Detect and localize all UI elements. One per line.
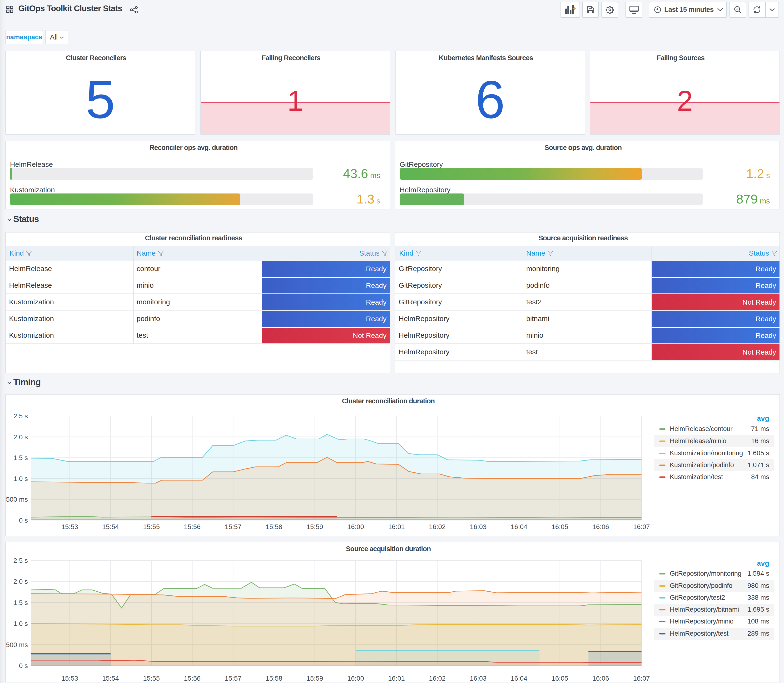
svg-text:15:57: 15:57 (224, 523, 241, 531)
svg-text:15:57: 15:57 (224, 675, 241, 682)
svg-text:16:00: 16:00 (347, 675, 364, 682)
svg-text:16:05: 16:05 (552, 523, 568, 531)
svg-text:15:55: 15:55 (143, 675, 160, 682)
svg-text:1.0 s: 1.0 s (13, 620, 28, 627)
svg-text:1.5 s: 1.5 s (13, 599, 28, 606)
svg-text:16:06: 16:06 (592, 523, 609, 531)
svg-text:16:03: 16:03 (470, 675, 486, 682)
svg-text:16:02: 16:02 (429, 675, 446, 682)
svg-text:2.0 s: 2.0 s (13, 433, 28, 441)
svg-text:1.0 s: 1.0 s (13, 475, 28, 483)
svg-text:15:58: 15:58 (266, 523, 282, 531)
svg-text:0 s: 0 s (19, 662, 28, 669)
svg-text:16:04: 16:04 (511, 523, 527, 531)
svg-text:16:01: 16:01 (388, 523, 405, 531)
svg-text:15:58: 15:58 (266, 675, 282, 682)
svg-text:15:54: 15:54 (103, 523, 119, 531)
svg-text:15:55: 15:55 (143, 523, 160, 531)
svg-text:500 ms: 500 ms (6, 641, 28, 648)
svg-text:16:03: 16:03 (470, 523, 486, 531)
svg-text:16:02: 16:02 (429, 523, 446, 531)
svg-text:15:56: 15:56 (184, 675, 200, 682)
svg-text:15:59: 15:59 (306, 675, 323, 682)
svg-text:16:00: 16:00 (347, 523, 364, 531)
svg-text:15:56: 15:56 (184, 523, 200, 531)
svg-text:0 s: 0 s (19, 517, 28, 524)
svg-text:2.5 s: 2.5 s (13, 412, 28, 420)
svg-text:15:54: 15:54 (103, 675, 119, 682)
svg-text:2.0 s: 2.0 s (13, 578, 28, 585)
svg-text:16:05: 16:05 (552, 675, 568, 682)
svg-text:16:06: 16:06 (592, 675, 609, 682)
svg-text:2.5 s: 2.5 s (13, 557, 28, 564)
svg-text:16:07: 16:07 (633, 523, 650, 531)
svg-text:16:07: 16:07 (633, 675, 650, 682)
svg-text:500 ms: 500 ms (6, 496, 28, 503)
svg-text:15:53: 15:53 (61, 675, 78, 682)
svg-text:15:59: 15:59 (306, 523, 323, 531)
svg-text:16:04: 16:04 (511, 675, 527, 682)
svg-text:1.5 s: 1.5 s (13, 454, 28, 462)
svg-text:15:53: 15:53 (61, 523, 78, 531)
svg-text:16:01: 16:01 (388, 675, 405, 682)
